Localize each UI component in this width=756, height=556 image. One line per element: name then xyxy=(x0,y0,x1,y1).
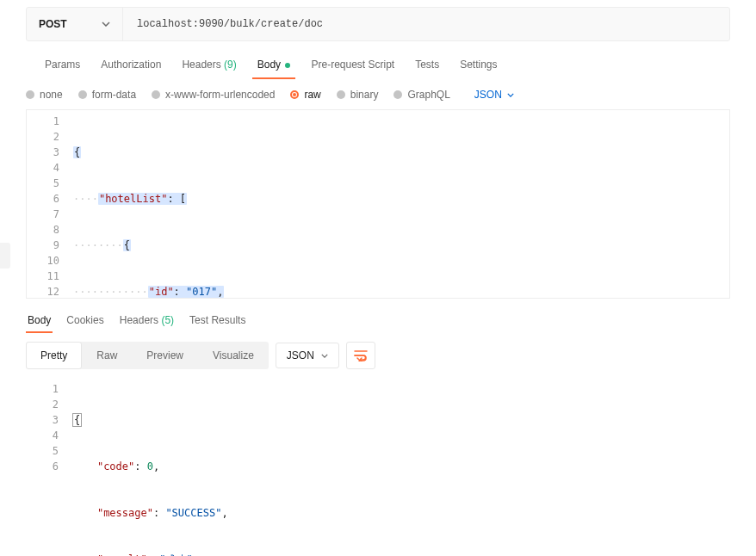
code-token: "017" xyxy=(186,286,217,298)
line-number: 7 xyxy=(27,207,59,222)
chevron-down-icon xyxy=(321,354,328,358)
line-number: 3 xyxy=(27,145,59,160)
code-token: "SUCCESS" xyxy=(165,507,221,519)
radio-label: none xyxy=(40,89,63,101)
radio-icon xyxy=(290,90,299,99)
tab-headers[interactable]: Headers (9) xyxy=(177,52,241,79)
body-content-type-value: JSON xyxy=(474,89,502,101)
line-number: 1 xyxy=(27,114,59,129)
code-token: "message" xyxy=(97,507,153,519)
tab-settings[interactable]: Settings xyxy=(455,52,502,79)
wrap-lines-button[interactable] xyxy=(346,342,375,369)
view-raw-button[interactable]: Raw xyxy=(82,342,132,369)
code-token: { xyxy=(74,146,80,158)
view-pretty-button[interactable]: Pretty xyxy=(26,342,82,369)
tab-prerequest-script[interactable]: Pre-request Script xyxy=(306,52,400,79)
response-tabs: Body Cookies Headers (5) Test Results xyxy=(0,299,756,333)
line-gutter: 1 2 3 4 5 6 xyxy=(26,378,67,497)
code-area[interactable]: { "code": 0, "message": "SUCCESS", "resu… xyxy=(67,378,730,497)
response-body-viewer[interactable]: 1 2 3 4 5 6 { "code": 0, "message": "SUC… xyxy=(26,378,730,497)
radio-icon xyxy=(26,90,34,99)
body-type-formdata[interactable]: form-data xyxy=(78,89,136,101)
wrap-text-icon xyxy=(354,349,368,361)
tab-tests[interactable]: Tests xyxy=(410,52,444,79)
line-number: 4 xyxy=(26,428,59,443)
sidebar-collapse-handle[interactable] xyxy=(0,243,10,269)
code-token: : xyxy=(134,460,146,473)
tab-headers-count: (9) xyxy=(224,59,237,71)
code-token: { xyxy=(124,239,130,251)
radio-icon xyxy=(337,90,345,99)
code-token: , xyxy=(221,507,227,519)
code-area[interactable]: { ····"hotelList": [ ········{ ·········… xyxy=(68,110,729,298)
code-token: "hotelList" xyxy=(99,193,167,205)
body-type-raw[interactable]: raw xyxy=(290,89,320,101)
line-number: 1 xyxy=(26,381,59,397)
request-url-input[interactable]: localhost:9090/bulk/create/doc xyxy=(123,18,729,30)
chevron-down-icon xyxy=(507,93,514,97)
code-token: "id" xyxy=(149,286,174,298)
body-type-selector: none form-data x-www-form-urlencoded raw… xyxy=(0,80,756,109)
http-method-value: POST xyxy=(39,18,67,30)
line-number: 5 xyxy=(26,443,59,459)
response-tab-headers[interactable]: Headers (5) xyxy=(118,309,176,333)
response-format-value: JSON xyxy=(287,349,314,361)
response-tab-body[interactable]: Body xyxy=(26,309,53,333)
line-number: 6 xyxy=(26,459,59,474)
body-changed-indicator-icon xyxy=(285,63,290,68)
body-type-urlencoded[interactable]: x-www-form-urlencoded xyxy=(152,89,275,101)
http-method-select[interactable]: POST xyxy=(27,8,123,40)
line-number: 9 xyxy=(27,238,59,253)
response-format-select[interactable]: JSON xyxy=(276,343,339,368)
tab-headers-label: Headers xyxy=(182,59,220,71)
line-number: 6 xyxy=(27,191,59,207)
request-url-bar: POST localhost:9090/bulk/create/doc xyxy=(26,7,730,41)
radio-label: GraphQL xyxy=(407,89,449,101)
response-tab-headers-count: (5) xyxy=(161,314,174,326)
request-tabs: Params Authorization Headers (9) Body Pr… xyxy=(0,41,756,80)
view-preview-button[interactable]: Preview xyxy=(132,342,198,369)
code-token: : xyxy=(174,286,186,298)
radio-label: x-www-form-urlencoded xyxy=(165,89,275,101)
response-tab-testresults[interactable]: Test Results xyxy=(188,309,247,333)
response-tab-headers-label: Headers xyxy=(120,314,158,326)
radio-icon xyxy=(152,90,160,99)
line-number: 4 xyxy=(27,160,59,176)
line-number: 11 xyxy=(27,269,59,284)
response-toolbar: Pretty Raw Preview Visualize JSON xyxy=(0,333,756,378)
request-body-editor[interactable]: 1 2 3 4 5 6 7 8 9 10 11 12 { ····"hotelL… xyxy=(26,109,730,299)
code-token: : xyxy=(153,507,165,519)
body-type-none[interactable]: none xyxy=(26,89,63,101)
tab-body[interactable]: Body xyxy=(252,52,296,79)
chevron-down-icon xyxy=(102,22,110,27)
line-number: 8 xyxy=(27,222,59,238)
line-number: 12 xyxy=(27,284,59,299)
line-gutter: 1 2 3 4 5 6 7 8 9 10 11 12 xyxy=(27,110,68,298)
code-token: : [ xyxy=(167,193,186,205)
code-token: { xyxy=(72,413,82,427)
body-content-type-select[interactable]: JSON xyxy=(474,89,514,101)
radio-icon xyxy=(393,90,402,99)
tab-params[interactable]: Params xyxy=(40,52,85,79)
line-number: 2 xyxy=(27,129,59,145)
line-number: 2 xyxy=(26,397,59,412)
radio-label: binary xyxy=(350,89,379,101)
tab-authorization[interactable]: Authorization xyxy=(96,52,166,79)
radio-label: raw xyxy=(304,89,320,101)
code-token: , xyxy=(153,460,159,473)
line-number: 10 xyxy=(27,253,59,269)
body-type-binary[interactable]: binary xyxy=(337,89,379,101)
code-token: "code" xyxy=(97,460,134,473)
response-tab-cookies[interactable]: Cookies xyxy=(65,309,105,333)
line-number: 3 xyxy=(26,412,59,428)
code-token: 0 xyxy=(147,460,153,473)
radio-label: form-data xyxy=(92,89,136,101)
code-token: , xyxy=(217,286,223,298)
response-view-mode: Pretty Raw Preview Visualize xyxy=(26,342,269,369)
view-visualize-button[interactable]: Visualize xyxy=(198,342,269,369)
line-number: 5 xyxy=(27,176,59,191)
body-type-graphql[interactable]: GraphQL xyxy=(393,89,449,101)
radio-icon xyxy=(78,90,87,99)
tab-body-label: Body xyxy=(257,59,281,71)
